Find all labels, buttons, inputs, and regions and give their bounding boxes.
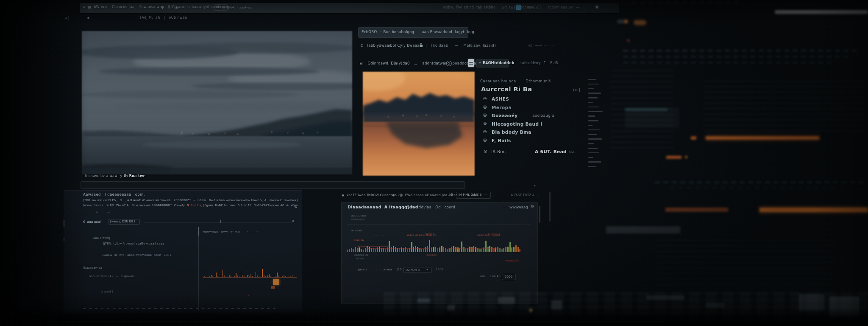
main-photo-preview[interactable] <box>81 31 353 175</box>
blue-app-icon[interactable] <box>516 5 521 10</box>
ok-button[interactable]: 2000 <box>502 274 515 280</box>
playhead-tick[interactable] <box>220 220 221 223</box>
waveform-spike <box>261 275 262 277</box>
card-minimize[interactable]: — <box>503 205 506 209</box>
circle-tool-icon[interactable] <box>446 61 452 66</box>
histogram-bar <box>421 249 422 252</box>
preset-item-goaaao-y[interactable]: ◎Goaaaoéyaocloaug a <box>483 112 593 119</box>
monitor-photo: ⌂ ▦ bW nro Cbcocos [aa Fowausa wuy | ▲ a… <box>0 0 868 326</box>
red-streak-1 <box>367 248 430 249</box>
waveform-spike <box>274 275 275 277</box>
histogram-bar <box>439 247 440 252</box>
preset-item-ashes[interactable]: ◎ASHES <box>483 96 593 103</box>
waveform-spike <box>245 277 246 277</box>
bc-toolbar-dot[interactable]: ◉ <box>392 194 395 197</box>
lock-icon <box>420 45 423 47</box>
waveform-spike <box>285 276 286 277</box>
waveform-spike <box>234 276 235 277</box>
window-menu-icon[interactable]: ▣ <box>595 5 599 9</box>
preset-item-f-nails[interactable]: ◎F, Nails <box>483 138 593 144</box>
waveform-spike <box>236 273 236 277</box>
filter-row-right: | I koidaab — Maldizav, Iazaid] <box>426 44 496 48</box>
preset-panel-options-icon[interactable]: (⊛ | <box>573 88 580 92</box>
track-chip[interactable]: [wwwa, DSN DB I <box>108 219 140 225</box>
preset-item-meropa[interactable]: ◎Meropa <box>483 104 593 111</box>
titlebar-get-chip[interactable]: GET ▤ <box>214 4 228 11</box>
sidebar-collapse-icon[interactable]: ≡| <box>64 16 69 20</box>
red-link[interactable]: waaaaat <box>505 259 519 262</box>
titlebar-get-chip-label: GET ▤ <box>216 6 225 9</box>
arrow-tool-icon[interactable]: → <box>458 61 461 65</box>
preset-item-hiecagoting-baud-l[interactable]: ⊖Hiecagoting Baud l <box>483 121 593 128</box>
bc-mode-chip[interactable]: IM MML GddE B — <box>456 192 491 199</box>
clip-histogram-chart[interactable] <box>347 238 521 252</box>
read-more-button[interactable]: A 6UT. Read <box>535 149 567 154</box>
edit-toolbar-left[interactable]: ⊞ Gdinrdawd, Dja(y)da0 … addntdatwaag po… <box>359 62 486 65</box>
footer-sep: | <box>376 268 376 271</box>
card-line-2: aaaaaaaa <box>351 218 364 221</box>
waveform-spike <box>237 275 238 277</box>
sunset-photo-thumbnail[interactable] <box>362 71 475 176</box>
histogram-bar <box>359 247 360 252</box>
waveform-spike <box>267 275 268 277</box>
collapse-caret[interactable]: ^ <box>533 185 537 189</box>
histogram-bar <box>407 249 408 252</box>
filmstrip-bar[interactable] <box>81 181 465 189</box>
timeline-toolbar-row1[interactable]: (TB0 aw aw vw Ю Pb, Ω , A 8 AuaT W wawa … <box>83 199 298 202</box>
red-annotation-1: waaa aaaa aABCD 5a —— <box>407 233 443 236</box>
scroll-minimap[interactable] <box>588 79 605 172</box>
waveform-spike <box>256 272 256 277</box>
titlebar-note: Iwcj i aaawwd <box>230 6 252 9</box>
card-settings-label[interactable]: wwwwaaq <box>509 205 528 209</box>
card-gear-icon[interactable]: ⚙ <box>531 205 534 208</box>
waveform-spike <box>280 277 281 277</box>
histogram-bar <box>447 249 448 252</box>
minimap-line <box>588 134 597 135</box>
filter-row-left[interactable]: ⊙ Iabbiyawaaibbl Cyly bwaaaa <box>360 44 422 48</box>
red-annotation-2: aaaa aaE MDOg) <box>477 233 500 236</box>
titlebar-right-note: ilnao/\C] rooom aqquwl — <box>526 6 580 9</box>
preset-footer-label[interactable]: IA.Bon <box>491 150 506 154</box>
outer-scrollbar[interactable] <box>549 192 551 222</box>
rs-teal-row-5 <box>670 187 852 188</box>
selection-highlight-dim <box>271 286 275 289</box>
waveform-spike <box>223 270 223 277</box>
track-line[interactable] <box>144 222 293 222</box>
footer-field-2: nonnow <box>381 268 392 271</box>
rs-toggle-1-dot <box>625 20 628 23</box>
waveform-spike <box>217 276 218 277</box>
footer-field-1: poona <box>358 268 367 271</box>
filter-row-extra[interactable]: Ⓓ —— ········· <box>529 44 554 48</box>
waveform-spike <box>249 276 250 277</box>
histogram-bar <box>429 240 430 252</box>
preset-item-bia-bdody-bma[interactable]: ◎Bia bdody Bma <box>483 129 593 136</box>
waveform-spike <box>231 276 231 277</box>
waveform-spike <box>241 271 242 277</box>
log-line-2: (jTB/L tytbw A bwaaf ayatte wuaa t caaa <box>103 242 164 245</box>
upload-icon[interactable]: ↑ <box>543 61 547 65</box>
ok-button-label: 2000 <box>505 275 512 278</box>
selection-highlight-block[interactable] <box>273 279 279 285</box>
rs-panel-header <box>625 108 668 111</box>
histogram-bar <box>465 249 466 252</box>
waveform-spike <box>284 275 284 277</box>
preset-list: ◎ASHES◎Meropa◎Goaaaoéyaocloaug a⊖Hiecago… <box>483 96 593 150</box>
card-scrollbar[interactable] <box>539 206 540 223</box>
histogram-bar <box>473 246 474 252</box>
waveform-spike <box>226 277 227 277</box>
rs-orange-dot <box>685 156 687 158</box>
waveform-spike <box>254 277 255 277</box>
minimap-line <box>588 97 598 98</box>
rs-teal-row-1 <box>623 50 860 51</box>
histogram-bar <box>415 246 416 252</box>
document-chip-icon[interactable] <box>468 59 474 67</box>
timeline-toolbar-row2[interactable]: \wwwr Lwvaa ≡ 8Θ WwwT A 3aw awwww BBBBBB… <box>83 204 298 207</box>
bc-gear-icon[interactable]: ⚙ <box>450 193 453 197</box>
histogram-bar <box>455 247 456 252</box>
minimap-line <box>588 143 594 144</box>
footer-dropdown[interactable]: OUJAOM B▾ <box>403 267 431 273</box>
tab-active-label[interactable]: EcbORO · Buc boaabalgog aaa Eawaaduud Ia… <box>362 30 474 34</box>
audio-waveform-chart[interactable] <box>203 250 297 278</box>
refresh-icon[interactable]: ↻ <box>294 205 298 209</box>
confirm-label-2: Laa A3 <box>490 275 501 278</box>
